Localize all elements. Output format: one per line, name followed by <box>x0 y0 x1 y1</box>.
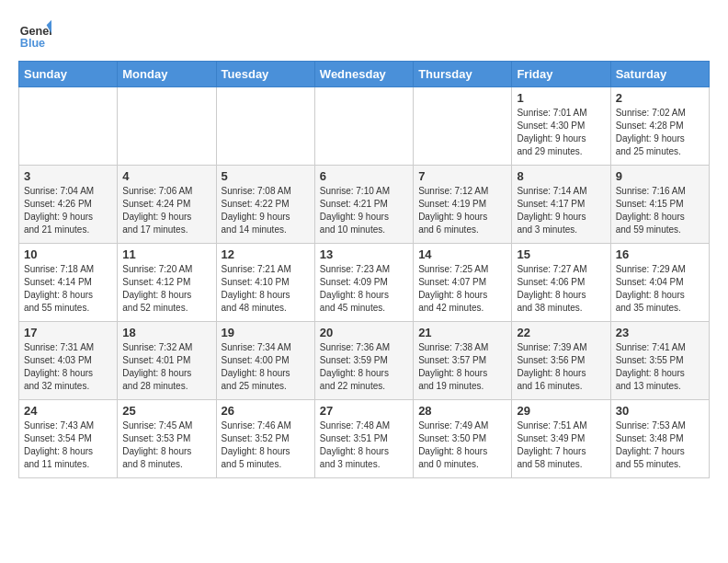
calendar-cell: 7Sunrise: 7:12 AMSunset: 4:19 PMDaylight… <box>414 166 512 244</box>
day-number: 27 <box>320 404 408 418</box>
header-thursday: Thursday <box>414 62 512 87</box>
svg-text:Blue: Blue <box>20 37 45 50</box>
page-header: General Blue <box>18 18 710 52</box>
calendar-cell: 28Sunrise: 7:49 AMSunset: 3:50 PMDayligh… <box>414 400 512 478</box>
day-number: 22 <box>517 326 605 339</box>
calendar-cell: 19Sunrise: 7:34 AMSunset: 4:00 PMDayligh… <box>216 322 314 400</box>
calendar-cell: 11Sunrise: 7:20 AMSunset: 4:12 PMDayligh… <box>118 244 216 322</box>
day-number: 9 <box>616 169 704 183</box>
day-number: 13 <box>320 247 408 261</box>
day-info: Sunrise: 7:31 AMSunset: 4:03 PMDaylight:… <box>24 341 112 393</box>
day-info: Sunrise: 7:27 AMSunset: 4:06 PMDaylight:… <box>517 263 605 315</box>
day-info: Sunrise: 7:10 AMSunset: 4:21 PMDaylight:… <box>320 185 408 236</box>
day-number: 18 <box>122 326 210 339</box>
header-sunday: Sunday <box>19 62 118 87</box>
day-info: Sunrise: 7:46 AMSunset: 3:52 PMDaylight:… <box>222 419 310 471</box>
day-number: 24 <box>24 404 112 418</box>
week-row-3: 10Sunrise: 7:18 AMSunset: 4:14 PMDayligh… <box>19 244 710 322</box>
week-row-5: 24Sunrise: 7:43 AMSunset: 3:54 PMDayligh… <box>19 400 710 478</box>
calendar-cell: 21Sunrise: 7:38 AMSunset: 3:57 PMDayligh… <box>414 322 512 400</box>
header-saturday: Saturday <box>610 62 709 87</box>
calendar-cell: 15Sunrise: 7:27 AMSunset: 4:06 PMDayligh… <box>512 244 610 322</box>
calendar-cell: 22Sunrise: 7:39 AMSunset: 3:56 PMDayligh… <box>512 322 610 400</box>
week-row-4: 17Sunrise: 7:31 AMSunset: 4:03 PMDayligh… <box>19 322 710 400</box>
calendar-cell: 24Sunrise: 7:43 AMSunset: 3:54 PMDayligh… <box>19 400 118 478</box>
day-info: Sunrise: 7:12 AMSunset: 4:19 PMDaylight:… <box>418 185 506 236</box>
day-number: 17 <box>24 326 112 339</box>
day-number: 10 <box>24 247 112 261</box>
day-number: 15 <box>517 247 605 261</box>
day-info: Sunrise: 7:48 AMSunset: 3:51 PMDaylight:… <box>320 419 408 471</box>
calendar-cell: 25Sunrise: 7:45 AMSunset: 3:53 PMDayligh… <box>118 400 216 478</box>
calendar-cell <box>414 87 512 166</box>
calendar-cell: 2Sunrise: 7:02 AMSunset: 4:28 PMDaylight… <box>610 87 709 166</box>
calendar-cell <box>118 87 216 166</box>
header-monday: Monday <box>118 62 216 87</box>
day-info: Sunrise: 7:20 AMSunset: 4:12 PMDaylight:… <box>122 263 210 315</box>
day-number: 28 <box>418 404 506 418</box>
logo-icon: General Blue <box>18 18 51 52</box>
day-info: Sunrise: 7:41 AMSunset: 3:55 PMDaylight:… <box>616 341 704 393</box>
day-number: 26 <box>222 404 310 418</box>
week-row-1: 1Sunrise: 7:01 AMSunset: 4:30 PMDaylight… <box>19 87 710 166</box>
day-number: 16 <box>616 247 704 261</box>
day-number: 5 <box>222 169 310 183</box>
calendar-cell: 16Sunrise: 7:29 AMSunset: 4:04 PMDayligh… <box>610 244 709 322</box>
calendar-cell: 4Sunrise: 7:06 AMSunset: 4:24 PMDaylight… <box>118 166 216 244</box>
calendar-cell: 23Sunrise: 7:41 AMSunset: 3:55 PMDayligh… <box>610 322 709 400</box>
day-info: Sunrise: 7:04 AMSunset: 4:26 PMDaylight:… <box>24 185 112 236</box>
day-info: Sunrise: 7:18 AMSunset: 4:14 PMDaylight:… <box>24 263 112 315</box>
day-number: 30 <box>616 404 704 418</box>
day-number: 12 <box>222 247 310 261</box>
day-info: Sunrise: 7:34 AMSunset: 4:00 PMDaylight:… <box>222 341 310 393</box>
calendar-cell: 26Sunrise: 7:46 AMSunset: 3:52 PMDayligh… <box>216 400 314 478</box>
day-number: 11 <box>122 247 210 261</box>
calendar-table: Sunday Monday Tuesday Wednesday Thursday… <box>18 61 710 478</box>
calendar-header-row: Sunday Monday Tuesday Wednesday Thursday… <box>19 62 710 87</box>
week-row-2: 3Sunrise: 7:04 AMSunset: 4:26 PMDaylight… <box>19 166 710 244</box>
calendar-cell: 30Sunrise: 7:53 AMSunset: 3:48 PMDayligh… <box>610 400 709 478</box>
day-number: 23 <box>616 326 704 339</box>
day-number: 1 <box>517 91 605 105</box>
calendar-cell: 13Sunrise: 7:23 AMSunset: 4:09 PMDayligh… <box>314 244 413 322</box>
day-info: Sunrise: 7:08 AMSunset: 4:22 PMDaylight:… <box>222 185 310 236</box>
day-number: 4 <box>122 169 210 183</box>
day-info: Sunrise: 7:21 AMSunset: 4:10 PMDaylight:… <box>222 263 310 315</box>
day-number: 29 <box>517 404 605 418</box>
day-number: 19 <box>222 326 310 339</box>
day-number: 8 <box>517 169 605 183</box>
calendar-cell: 3Sunrise: 7:04 AMSunset: 4:26 PMDaylight… <box>19 166 118 244</box>
calendar-cell: 20Sunrise: 7:36 AMSunset: 3:59 PMDayligh… <box>314 322 413 400</box>
calendar-cell: 9Sunrise: 7:16 AMSunset: 4:15 PMDaylight… <box>610 166 709 244</box>
day-info: Sunrise: 7:29 AMSunset: 4:04 PMDaylight:… <box>616 263 704 315</box>
day-info: Sunrise: 7:39 AMSunset: 3:56 PMDaylight:… <box>517 341 605 393</box>
calendar-cell <box>314 87 413 166</box>
day-number: 6 <box>320 169 408 183</box>
day-info: Sunrise: 7:16 AMSunset: 4:15 PMDaylight:… <box>616 185 704 236</box>
day-number: 20 <box>320 326 408 339</box>
header-friday: Friday <box>512 62 610 87</box>
day-info: Sunrise: 7:49 AMSunset: 3:50 PMDaylight:… <box>418 419 506 471</box>
day-number: 14 <box>418 247 506 261</box>
day-number: 21 <box>418 326 506 339</box>
day-info: Sunrise: 7:25 AMSunset: 4:07 PMDaylight:… <box>418 263 506 315</box>
day-info: Sunrise: 7:32 AMSunset: 4:01 PMDaylight:… <box>122 341 210 393</box>
day-info: Sunrise: 7:01 AMSunset: 4:30 PMDaylight:… <box>517 107 605 158</box>
day-info: Sunrise: 7:02 AMSunset: 4:28 PMDaylight:… <box>616 107 704 158</box>
calendar-cell: 17Sunrise: 7:31 AMSunset: 4:03 PMDayligh… <box>19 322 118 400</box>
calendar-cell: 6Sunrise: 7:10 AMSunset: 4:21 PMDaylight… <box>314 166 413 244</box>
calendar-cell: 12Sunrise: 7:21 AMSunset: 4:10 PMDayligh… <box>216 244 314 322</box>
day-number: 25 <box>122 404 210 418</box>
day-number: 7 <box>418 169 506 183</box>
calendar-cell: 5Sunrise: 7:08 AMSunset: 4:22 PMDaylight… <box>216 166 314 244</box>
calendar-cell: 8Sunrise: 7:14 AMSunset: 4:17 PMDaylight… <box>512 166 610 244</box>
header-tuesday: Tuesday <box>216 62 314 87</box>
day-number: 3 <box>24 169 112 183</box>
calendar-cell <box>216 87 314 166</box>
calendar-cell: 10Sunrise: 7:18 AMSunset: 4:14 PMDayligh… <box>19 244 118 322</box>
calendar-cell: 29Sunrise: 7:51 AMSunset: 3:49 PMDayligh… <box>512 400 610 478</box>
day-info: Sunrise: 7:36 AMSunset: 3:59 PMDaylight:… <box>320 341 408 393</box>
calendar-cell <box>19 87 118 166</box>
calendar-cell: 1Sunrise: 7:01 AMSunset: 4:30 PMDaylight… <box>512 87 610 166</box>
day-info: Sunrise: 7:38 AMSunset: 3:57 PMDaylight:… <box>418 341 506 393</box>
